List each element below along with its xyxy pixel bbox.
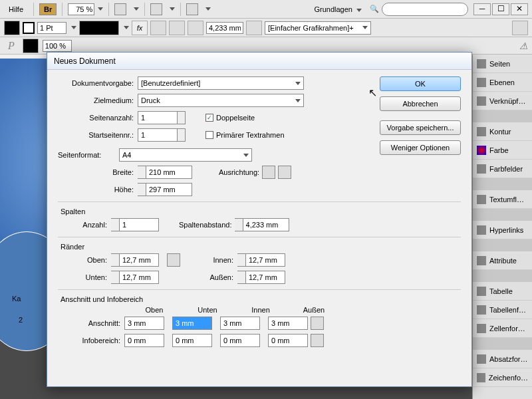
view-options-icon[interactable] [114,3,126,15]
corner-icon[interactable] [246,21,262,35]
search-icon: 🔍 [370,5,379,13]
new-document-dialog: Neues Dokument OK Abbrechen Vorgabe spei… [47,52,472,387]
fit2-icon[interactable] [169,21,185,35]
bleed-section-label: Anschnitt und Infobereich [61,295,461,303]
panel-attribute[interactable]: Attribute [473,251,532,270]
columns-section-label: Spalten [61,207,461,215]
fit-icon[interactable] [150,21,166,35]
cancel-button[interactable]: Abbrechen [380,96,461,111]
margin-outer-input[interactable] [245,271,285,284]
col-outer-header: Außen [291,306,337,314]
screen-mode-icon[interactable] [150,3,162,15]
zoom-control[interactable] [68,3,103,15]
panel-hyperlinks[interactable]: Hyperlinks [473,221,532,239]
margin-inner-label: Innen: [200,256,237,264]
maximize-button[interactable]: ☐ [492,3,509,15]
preset-label: Dokumentvorgabe: [58,79,138,87]
pagesize-combo[interactable]: A4 [119,148,252,162]
primary-textframe-checkbox[interactable]: Primärer Textrahmen [205,131,285,139]
panel-menu-icon[interactable] [512,21,528,35]
fit3-icon[interactable] [188,21,203,35]
panel-tabellenformate[interactable]: Tabellenf… [473,301,532,319]
arrange-icon[interactable] [186,3,198,15]
save-preset-button[interactable]: Vorgabe speichern... [380,120,461,135]
stroke-style[interactable] [79,21,119,35]
help-menu[interactable]: Hilfe [4,3,28,15]
link-bleed-icon[interactable] [311,317,324,330]
colnum-input[interactable] [119,218,159,231]
slug-outer-input[interactable] [268,334,308,347]
width-label: Breite: [58,168,138,176]
intent-combo[interactable]: Druck [138,94,304,107]
slug-inner-input[interactable] [220,334,260,347]
margin-top-label: Oben: [58,256,111,264]
panel-zellenformate[interactable]: Zellenfor… [473,319,532,338]
bleed-label: Anschnitt: [58,319,124,327]
tint-input[interactable] [43,40,72,52]
gutter-input[interactable] [243,218,289,231]
margin-bottom-input[interactable] [119,271,159,284]
pages-input[interactable] [138,111,178,124]
search-input[interactable] [382,3,468,16]
gutter-label: Spaltenabstand: [179,221,232,229]
colnum-label: Anzahl: [58,221,111,229]
bleed-top-input[interactable] [124,317,164,330]
height-input[interactable] [146,183,192,196]
margin-top-input[interactable] [119,253,159,267]
col-bottom-header: Unten [184,306,231,314]
orientation-label: Ausrichtung: [219,168,259,176]
workspace-switcher[interactable]: Grundlagen [314,5,362,13]
stroke-weight-input[interactable] [37,22,66,34]
measure-input[interactable] [206,22,243,34]
warning-icon: ⚠ [519,41,528,51]
portrait-icon[interactable] [262,166,275,179]
margins-section-label: Ränder [61,243,461,251]
bridge-button[interactable]: Br [39,3,57,15]
margin-bottom-label: Unten: [58,273,111,281]
panel-verknuepfungen[interactable]: Verknüpf… [473,92,532,110]
landscape-icon[interactable] [278,166,291,179]
zoom-input[interactable] [68,3,94,15]
panel-kontur[interactable]: Kontur [473,122,532,141]
stroke-swatch[interactable] [23,22,35,34]
close-button[interactable]: ✕ [511,3,528,15]
panel-absatzformate[interactable]: Absatzfor… [473,350,532,368]
preset-combo[interactable]: [Benutzerdefiniert] [138,76,304,90]
panel-zeichenformate[interactable]: Zeichenfo… [473,368,532,387]
panel-textumfluss[interactable]: Textumfl… [473,190,532,209]
panel-seiten[interactable]: Seiten [473,55,532,73]
object-style-combo[interactable]: [Einfacher Grafikrahmen]+ [265,21,371,35]
panel-farbfelder[interactable]: Farbfelder [473,160,532,178]
facing-pages-checkbox[interactable]: ✓Doppelseite [205,114,255,122]
col-inner-header: Innen [237,306,284,314]
panel-dock: Seiten Ebenen Verknüpf… Kontur Farbe Far… [472,55,532,399]
minimize-button[interactable]: ─ [473,3,491,15]
dialog-titlebar[interactable]: Neues Dokument [47,53,471,70]
fill2-swatch[interactable] [23,39,39,53]
bleed-outer-input[interactable] [268,317,308,330]
fx-button[interactable]: fx [132,21,148,35]
pages-label: Seitenanzahl: [58,114,138,122]
width-input[interactable] [146,166,192,179]
link-slug-icon[interactable] [311,334,324,347]
fill-swatch[interactable] [4,21,20,35]
start-input[interactable] [138,128,178,142]
panel-tabelle[interactable]: Tabelle [473,282,532,301]
panel-ebenen[interactable]: Ebenen [473,73,532,92]
menu-bar: Hilfe Br Grundlagen 🔍 ─ ☐ ✕ [0,0,532,19]
start-label: Startseitennr.: [58,131,138,139]
fewer-options-button[interactable]: Weniger Optionen [380,140,461,155]
ok-button[interactable]: OK [380,76,461,91]
paragraph-icon: P [4,40,19,52]
bleed-bottom-input[interactable] [172,317,212,330]
slug-bottom-input[interactable] [172,334,212,347]
bleed-inner-input[interactable] [220,317,260,330]
margin-inner-input[interactable] [245,253,285,267]
link-margins-icon[interactable] [167,253,180,267]
pagesize-label: Seitenformat: [58,151,119,159]
panel-farbe[interactable]: Farbe [473,141,532,160]
intent-label: Zielmedium: [58,96,138,104]
height-label: Höhe: [58,186,138,194]
control-panel: fx [Einfacher Grafikrahmen]+ [0,19,532,37]
slug-top-input[interactable] [124,334,164,347]
